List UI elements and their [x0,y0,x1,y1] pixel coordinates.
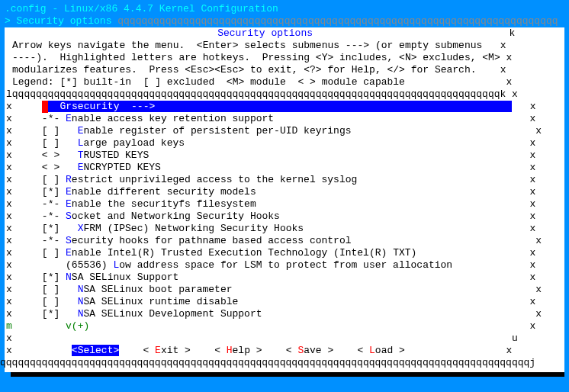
menu-item[interactable]: x -*- Socket and Networking Security Hoo… [6,210,561,223]
help-button[interactable]: < Help > [214,345,262,356]
menu-item[interactable]: x [ ] Large payload keys x [6,137,561,149]
drop-shadow [11,372,564,377]
help-text: ----). Highlighted letters are hotkeys. … [12,52,561,64]
window-title: .config - Linux/x86 4.4.7 Kernel Configu… [5,3,564,15]
menu-item[interactable]: x -*- Security hooks for pathname based … [6,235,561,247]
menu-item[interactable]: x < > ENCRYPTED KEYS x [6,162,561,174]
help-text: modularizes features. Press <Esc><Esc> t… [12,64,561,76]
save-button[interactable]: < Save > [286,345,333,356]
menu-item[interactable]: x [*] XFRM (IPSec) Networking Security H… [6,223,561,235]
menu-item[interactable]: x [*] NSA SELinux Development Support x [6,308,561,320]
menu-panel: Security options k Arrow keys navigate t… [5,27,564,372]
panel-title: Security options k [5,27,561,40]
menu-item[interactable]: x [ ] NSA SELinux runtime disable x [6,296,561,308]
menu-item[interactable]: x < > TRUSTED KEYS x [6,149,561,162]
box-bottom: qqqqqqqqqqqqqqqqqqqqqqqqqqqqqqqqqqqqqqqq… [0,357,561,369]
box-top: lqqqqqqqqqqqqqqqqqqqqqqqqqqqqqqqqqqqqqqq… [6,88,561,101]
menu-item[interactable]: x [*] Enable different security models x [6,186,561,198]
help-text: Arrow keys navigate the menu. <Enter> se… [12,40,561,52]
menu-item[interactable]: x [ ] Enable register of persistent per-… [6,125,561,137]
menu-item[interactable]: x -*- Enable the securityfs filesystem x [6,198,561,210]
menu-item[interactable]: x Grsecurity ---> x [6,101,561,113]
button-bar: x <Select> < Exit > < Help > < Save > < … [6,345,561,357]
menu-item[interactable]: x -*- Enable access key retention suppor… [6,113,561,125]
spacer-row: x u [6,333,561,345]
select-button[interactable]: <Select> [72,345,119,356]
menu-item[interactable]: x (65536) Low address space for LSM to p… [6,259,561,272]
menu-item[interactable]: x [ ] Restrict unprivileged access to th… [6,174,561,186]
breadcrumb: > Security options qqqqqqqqqqqqqqqqqqqqq… [5,15,564,27]
menu-item[interactable]: x [ ] Enable Intel(R) Trusted Execution … [6,247,561,259]
menu-item[interactable]: m v(+) x [6,320,561,333]
help-text: Legend: [*] built-in [ ] excluded <M> mo… [12,76,561,88]
menu-item[interactable]: x [*] NSA SELinux Support x [6,272,561,284]
exit-button[interactable]: < Exit > [143,345,190,356]
menu-item[interactable]: x [ ] NSA SELinux boot parameter x [6,284,561,296]
load-button[interactable]: < Load > [357,345,404,356]
